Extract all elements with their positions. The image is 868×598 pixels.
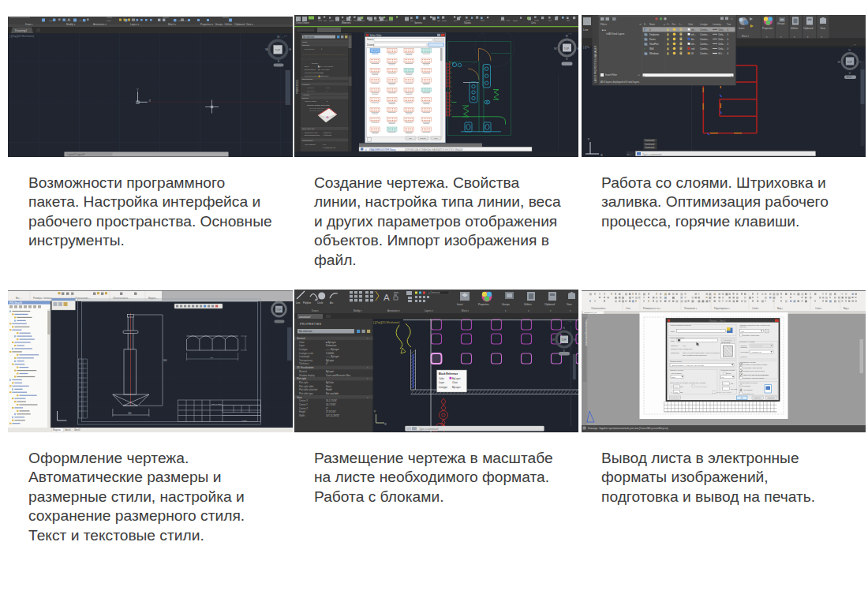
svg-text:Polyline: Polyline [303, 301, 312, 305]
svg-text:Разреш.:: Разреш.: [740, 356, 748, 357]
svg-text:Подключение:: Подключение: [671, 348, 683, 349]
svg-text:✕: ✕ [731, 17, 733, 21]
svg-text:Continu...: Continu... [700, 52, 709, 55]
svg-text:Layout1 Layout2: Layout1 Layout2 [67, 153, 85, 156]
svg-text:Plot table attached: Plot table attached [299, 388, 318, 391]
svg-text:Таблица стилей печати (назначе: Таблица стилей печати (назначение [739, 324, 770, 326]
svg-text:TOP: TOP [275, 49, 281, 52]
svg-text:107-11 29/32": 107-11 29/32" [326, 414, 339, 417]
svg-text:▪ КомПлом line: ▪ КомПлом line [323, 147, 336, 149]
svg-text:Ориентация чертежа: Ориентация чертежа [739, 382, 758, 383]
svg-text:▪ "ФПРГБ": ▪ "ФПРГБ" [323, 134, 331, 136]
svg-text:View: View [567, 303, 572, 306]
svg-text:wh...: wh... [691, 33, 696, 36]
svg-text:Center Z: Center Z [299, 407, 308, 410]
svg-text:W: W [552, 338, 555, 342]
svg-text:Invert Filter: Invert Filter [605, 73, 617, 77]
svg-text:PROPERTIES: PROPERTIES [300, 323, 322, 326]
svg-text:Модель: Модель [53, 428, 62, 432]
svg-text:ByLayer: ByLayer [452, 377, 461, 380]
svg-text:Block ▾: Block ▾ [168, 23, 176, 26]
svg-text:Properties: Properties [478, 303, 489, 306]
svg-text:Interior edition: Interior edition [305, 100, 317, 103]
svg-text:[-][Top][2D Wireframe]: [-][Top][2D Wireframe] [9, 35, 34, 38]
svg-text:Имя:: Имя: [671, 331, 675, 332]
svg-text:Clipboard: Clipboard [803, 27, 814, 30]
svg-text:Annotat...: Annotat... [302, 94, 311, 96]
svg-text:—— ByLayer: —— ByLayer [326, 355, 339, 358]
svg-text:N: N [277, 35, 279, 39]
svg-text:Плоттер:: Плоттер: [671, 345, 679, 346]
svg-text:Drawing1: Drawing1 [15, 29, 27, 32]
svg-text:Слой ▾: Слой ▾ [752, 307, 759, 310]
svg-text:Windows: Windows [649, 52, 659, 55]
svg-text:мм: мм [680, 386, 683, 387]
svg-text:Model: Model [326, 388, 332, 391]
svg-text:Description: Description [305, 48, 315, 50]
svg-text:Прозрачность при печати: Прозрачность при печати [743, 370, 765, 372]
svg-text:Continu...: Continu... [700, 33, 709, 36]
svg-text:E: E [289, 47, 291, 51]
svg-text:Walls: Walls [302, 41, 308, 43]
svg-text:Defpoints: Defpoints [649, 33, 660, 36]
svg-text:Properties ▾: Properties ▾ [200, 23, 214, 26]
svg-text:Layer: Layer [439, 381, 444, 384]
svg-text:Wall: Wall [649, 47, 654, 50]
svg-text:Dimensions: Dimensions [302, 78, 313, 80]
svg-text:Match layer: Match layer [178, 20, 188, 22]
svg-text:Лабфренк_07: Лабфренк_07 [584, 312, 597, 314]
svg-text:Размеры, таблицы ⌄: Размеры, таблицы ⌄ [33, 297, 54, 300]
svg-text:ViewPort: ViewPort [649, 43, 659, 46]
svg-text:Обозначения ⌄: Обозначения ⌄ [75, 297, 91, 300]
svg-text:Правка: Правка [464, 21, 471, 24]
svg-text:Groups: Groups [502, 303, 510, 306]
svg-text:Transparency: Transparency [299, 359, 313, 362]
svg-text:Fre...: Fre... [672, 23, 676, 26]
svg-text:Y: Y [137, 88, 139, 92]
svg-text:Material: Material [299, 370, 307, 373]
svg-text:Chair: Chair [452, 381, 458, 384]
svg-text:Учитывать веса линий: Учитывать веса линий [743, 367, 762, 368]
svg-text:Groups: Groups [777, 22, 785, 25]
svg-text:50-1 15/16": 50-1 15/16" [326, 399, 337, 402]
svg-text:TOP: TOP [561, 338, 566, 342]
svg-text:140: 140 [128, 412, 132, 415]
svg-text:▙ CHA-W Furring: ▙ CHA-W Furring [317, 65, 334, 68]
svg-text:Показать подсказки: Показать подсказки [743, 335, 760, 336]
svg-text:General: General [297, 337, 305, 340]
svg-text:Search: Search [367, 38, 374, 41]
svg-text:X: X [384, 422, 387, 426]
svg-text:Style: Style [305, 65, 309, 68]
svg-text:Сеть: Сеть [531, 21, 536, 24]
svg-text:WCS: WCS [846, 76, 851, 79]
svg-text:LAYER PROPERTIES MANAGER: LAYER PROPERTIES MANAGER [593, 45, 597, 83]
svg-text:Справка: Справка [767, 397, 775, 398]
svg-text:Location: Location [302, 84, 310, 86]
svg-text:✓: ✓ [643, 47, 645, 50]
svg-text:Да Apto 1'ист: Да Apto 1'ист [318, 69, 331, 71]
svg-text:Lineweig...: Lineweig... [713, 23, 723, 26]
svg-text:≪: ≪ [639, 24, 642, 26]
svg-text:Command:: Command: [645, 139, 655, 142]
svg-text:≪: ≪ [638, 73, 640, 77]
svg-text:Flat modifies: Flat modifies [305, 144, 316, 146]
svg-text:Shadow display: Shadow display [299, 374, 315, 377]
svg-text:Отмена: Отмена [754, 397, 761, 398]
svg-text:Сеть: Сеть [626, 307, 631, 310]
svg-text:TOP: TOP [563, 47, 569, 50]
svg-text:Scale: Scale [66, 20, 72, 22]
svg-text:Modify ▾: Modify ▾ [66, 23, 76, 26]
svg-text:Dimension: Dimension [326, 344, 337, 347]
svg-text:Масштаб печати: Масштаб печати [720, 369, 735, 371]
svg-text:Вес ⌄: Вес ⌄ [16, 297, 22, 300]
svg-text:S: S [277, 59, 279, 63]
svg-text:_ ▫ ×: _ ▫ × [281, 35, 287, 38]
svg-text:Worksheets: Worksheets [302, 140, 313, 142]
svg-text:Нормальное: Нормальное [750, 351, 761, 353]
svg-text:Y: Y [587, 137, 589, 141]
svg-text:Defa...: Defa... [718, 38, 724, 41]
svg-text:E: E [577, 47, 578, 50]
svg-text:Annotation ▾: Annotation ▾ [93, 23, 107, 26]
svg-text:Layers ▾: Layers ▾ [425, 309, 433, 312]
svg-text:Центрировать: Центрировать [695, 386, 708, 387]
